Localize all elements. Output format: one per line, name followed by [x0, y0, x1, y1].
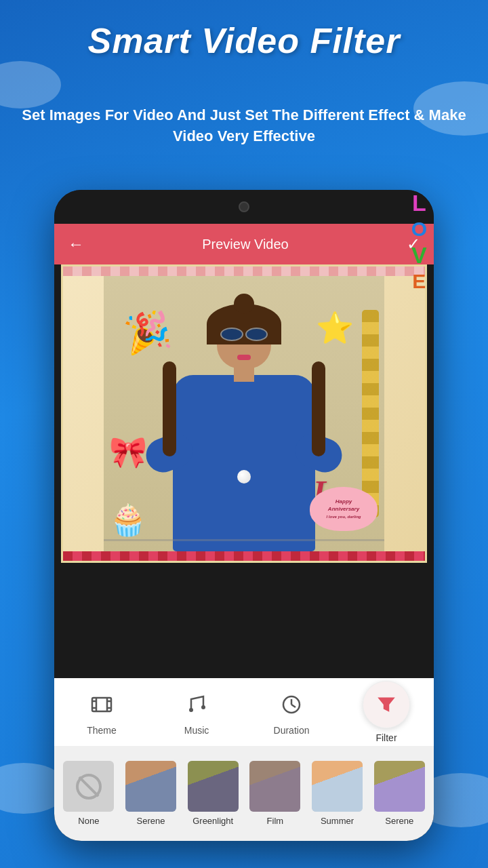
filter-icon-wrap: [363, 681, 410, 728]
none-icon: [76, 774, 102, 800]
filter-thumb-summer: [312, 761, 363, 812]
filter-thumb-serene: [125, 761, 176, 812]
person-silhouette: [159, 294, 329, 551]
preview-bar: ← Preview Video ✓: [54, 224, 434, 264]
music-label: Music: [184, 725, 209, 736]
toolbar-item-filter[interactable]: Filter: [339, 681, 434, 743]
svg-line-11: [291, 705, 296, 707]
filter-label-summer: Summer: [321, 816, 354, 826]
preview-bar-title: Preview Video: [202, 237, 288, 252]
filter-item-none[interactable]: None: [58, 761, 120, 826]
filter-icon: [375, 693, 398, 716]
toolbar-item-music[interactable]: Music: [149, 688, 244, 736]
person-head: [217, 311, 271, 368]
love-letter-v: V: [411, 242, 427, 269]
sticker-party-hat: 🎉: [121, 307, 174, 358]
filter-preview-film: [249, 761, 300, 812]
frame-border-bottom: [63, 551, 425, 561]
person-photo: 🎉 🎀 🧁 ⭐ Lv: [104, 276, 384, 551]
duration-label: Duration: [274, 725, 310, 736]
filter-label-serene2: Serene: [385, 816, 413, 826]
filter-item-film[interactable]: Film: [244, 761, 306, 826]
theme-label: Theme: [87, 725, 117, 736]
love-sticker: L O V E: [411, 190, 427, 293]
sticker-chain: [362, 310, 379, 517]
hair-right: [312, 361, 325, 456]
filter-preview-serene2: [374, 761, 425, 812]
filter-thumb-greenlight: [188, 761, 239, 812]
frame-border-top: [63, 267, 425, 276]
music-icon-wrap: [180, 688, 213, 721]
filter-label-none: None: [78, 816, 99, 826]
film-icon: [91, 694, 113, 715]
sticker-star: ⭐: [316, 310, 354, 346]
filter-thumb-serene2: [374, 761, 425, 812]
love-letter-l: L: [412, 190, 426, 216]
filter-item-summer[interactable]: Summer: [306, 761, 369, 826]
sticker-cupcake: 🧁: [109, 502, 147, 538]
filter-item-greenlight[interactable]: Greenlight: [182, 761, 244, 826]
video-preview: 🎉 🎀 🧁 ⭐ Lv: [61, 264, 427, 563]
filter-label-greenlight: Greenlight: [192, 816, 233, 826]
filter-strip: None Serene Greenlight Film: [54, 746, 434, 841]
app-title: Smart Video Filter: [0, 20, 488, 61]
toolbar-item-theme[interactable]: Theme: [54, 688, 149, 736]
sticker-bow: 🎀: [109, 434, 147, 470]
hair-left: [163, 361, 176, 456]
person-body: [173, 375, 315, 551]
theme-icon-wrap: [85, 688, 118, 721]
clock-icon: [281, 694, 302, 715]
filter-item-serene2[interactable]: Serene: [368, 761, 430, 826]
filter-label-film: Film: [267, 816, 284, 826]
back-button[interactable]: ←: [68, 235, 84, 254]
phone-top-bezel: [54, 190, 434, 224]
hair-bun: [234, 294, 254, 314]
filter-preview-greenlight: [188, 761, 239, 812]
app-subtitle: Set Images For Video And Just Set The Di…: [20, 105, 468, 147]
sunglasses: [220, 328, 268, 341]
duration-icon-wrap: [275, 688, 308, 721]
music-icon: [186, 694, 207, 715]
sticker-string: [104, 539, 384, 541]
filter-preview-serene: [125, 761, 176, 812]
svg-point-8: [201, 705, 205, 709]
filter-thumb-none: [63, 761, 114, 812]
filter-item-serene[interactable]: Serene: [120, 761, 182, 826]
bottom-toolbar: Theme Music Duration: [54, 678, 434, 746]
anniversary-text: HappyAnniversaryI love you, darling: [326, 498, 361, 521]
svg-rect-0: [92, 698, 111, 711]
toolbar-item-duration[interactable]: Duration: [244, 688, 339, 736]
sticker-pearl: [237, 470, 251, 484]
person-lips: [237, 355, 251, 360]
anniversary-badge: HappyAnniversaryI love you, darling: [310, 487, 378, 531]
filter-preview-summer: [312, 761, 363, 812]
filter-label: Filter: [375, 732, 396, 743]
filter-thumb-film: [249, 761, 300, 812]
phone-mockup: ← Preview Video ✓: [54, 190, 434, 841]
phone-camera: [239, 201, 249, 212]
love-letter-o: O: [411, 218, 427, 241]
love-letter-e: E: [412, 270, 426, 293]
svg-point-7: [189, 708, 193, 712]
filter-label-serene: Serene: [137, 816, 165, 826]
